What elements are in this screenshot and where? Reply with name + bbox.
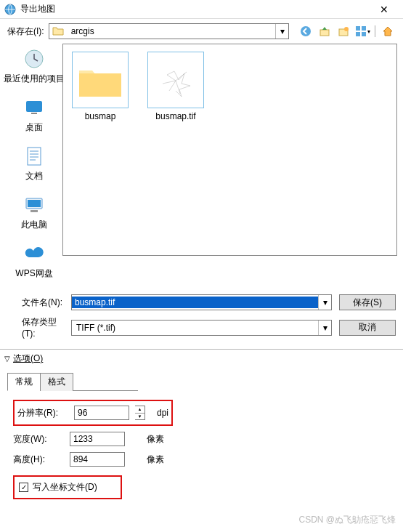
image-thumb <box>147 52 204 108</box>
watermark: CSDN @ぬ飞鳨疮惡飞烽 <box>298 514 396 526</box>
documents-icon <box>22 144 46 169</box>
back-icon[interactable] <box>298 23 314 39</box>
save-in-combo[interactable]: arcgis ▾ <box>49 23 289 39</box>
resolution-spinner[interactable]: ▲▼ <box>135 406 145 420</box>
svg-rect-2 <box>320 30 329 36</box>
places-bar: 最近使用的项目 桌面 文档 此电脑 WPS网盘 <box>6 44 62 290</box>
window-title: 导出地图 <box>20 3 370 15</box>
svg-rect-11 <box>31 113 37 114</box>
recent-icon <box>22 47 46 71</box>
svg-rect-12 <box>28 148 41 165</box>
this-pc-icon <box>22 193 46 217</box>
width-label: 宽度(W): <box>13 433 64 446</box>
svg-rect-5 <box>356 26 360 31</box>
width-input[interactable]: 1233 <box>70 432 125 446</box>
svg-point-4 <box>344 27 349 31</box>
collapse-icon: ▽ <box>4 355 10 363</box>
options-toggle[interactable]: ▽ 选项(O) <box>0 350 403 368</box>
home-icon[interactable] <box>380 23 396 39</box>
file-list[interactable]: busmap busmap.tif <box>62 44 397 256</box>
tab-general[interactable]: 常规 <box>7 373 41 391</box>
new-folder-icon[interactable] <box>335 23 351 39</box>
app-icon <box>4 4 16 15</box>
height-input[interactable]: 894 <box>70 452 125 467</box>
place-wps[interactable]: WPS网盘 <box>15 241 52 280</box>
chevron-down-icon[interactable]: ▾ <box>318 295 331 310</box>
file-item-folder[interactable]: busmap <box>69 52 131 121</box>
filename-field[interactable]: busmap.tif ▾ <box>71 294 332 310</box>
folder-icon <box>52 25 64 38</box>
place-this-pc[interactable]: 此电脑 <box>21 193 47 231</box>
filetype-combo[interactable]: TIFF (*.tif) ▾ <box>71 320 332 336</box>
svg-rect-6 <box>362 26 366 31</box>
save-button[interactable]: 保存(S) <box>339 294 396 310</box>
height-label: 高度(H): <box>13 454 64 466</box>
close-button[interactable]: ✕ <box>370 4 399 15</box>
file-item-image[interactable]: busmap.tif <box>144 52 207 121</box>
cancel-button[interactable]: 取消 <box>339 320 396 336</box>
resolution-input[interactable]: 96 <box>74 406 129 420</box>
svg-rect-10 <box>26 101 42 112</box>
tab-format[interactable]: 格式 <box>40 373 73 391</box>
filename-label: 文件名(N): <box>7 297 64 309</box>
place-desktop[interactable]: 桌面 <box>22 95 46 134</box>
checkbox-icon: ✓ <box>19 483 28 492</box>
wps-icon <box>22 241 46 266</box>
tab-bar: 常规 格式 <box>7 372 138 391</box>
chevron-down-icon[interactable]: ▾ <box>318 321 331 335</box>
view-menu-icon[interactable]: ▾ <box>354 23 370 39</box>
svg-rect-7 <box>356 32 360 36</box>
resolution-label: 分辨率(R): <box>17 407 68 419</box>
chevron-down-icon[interactable]: ▾ <box>275 24 288 39</box>
save-in-label: 保存在(I): <box>7 25 44 38</box>
place-recent[interactable]: 最近使用的项目 <box>4 47 65 85</box>
svg-point-1 <box>301 26 311 36</box>
write-world-checkbox[interactable]: ✓ 写入坐标文件(D) <box>17 478 99 496</box>
svg-rect-14 <box>28 200 41 207</box>
svg-rect-16 <box>150 59 201 101</box>
folder-icon <box>72 52 129 108</box>
svg-rect-15 <box>30 210 38 212</box>
place-documents[interactable]: 文档 <box>22 144 46 182</box>
up-icon[interactable] <box>317 23 333 39</box>
filetype-label: 保存类型(T): <box>7 316 64 339</box>
desktop-icon <box>22 95 46 120</box>
svg-rect-8 <box>362 32 366 36</box>
